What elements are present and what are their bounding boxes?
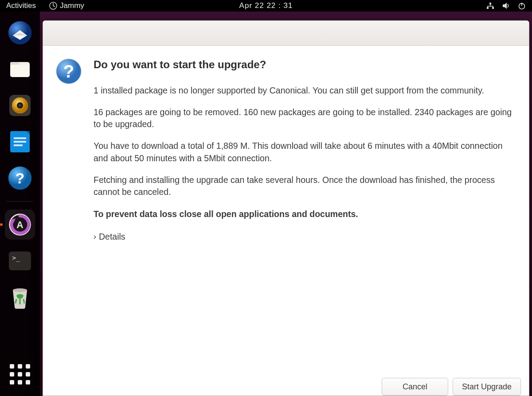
dataloss-warning: To prevent data loss close all open appl… [94,208,513,220]
svg-rect-3 [489,3,491,4]
app-menu-icon [49,2,57,10]
dock-help[interactable]: ? [5,163,35,193]
svg-text:A: A [16,220,23,230]
app-menu[interactable]: Jammy [49,1,84,10]
clock[interactable]: Apr 22 22 : 31 [239,1,293,10]
svg-point-15 [19,104,22,107]
packages-paragraph: 16 packages are going to be removed. 160… [94,106,513,131]
window-titlebar[interactable] [43,21,529,46]
upgrade-dialog-window: ? Do you want to start the upgrade? 1 in… [43,20,529,396]
dock-libreoffice-writer[interactable] [5,127,35,157]
svg-rect-10 [10,65,30,77]
dialog-heading: Do you want to start the upgrade? [94,57,513,72]
svg-text:?: ? [16,170,25,186]
details-expander[interactable]: › Details [94,231,125,243]
svg-text:?: ? [63,62,74,81]
svg-rect-2 [492,7,494,9]
svg-rect-1 [487,7,489,9]
clock-text: Apr 22 22 : 31 [239,1,293,10]
dialog-icon: ? [55,57,84,373]
dock-separator [7,201,33,202]
dock-terminal[interactable]: >_ [5,246,35,276]
activities-label: Activities [6,1,36,10]
svg-text:>_: >_ [12,254,20,262]
cancel-button[interactable]: Cancel [382,378,448,396]
svg-rect-17 [14,137,26,139]
top-panel: Activities Jammy Apr 22 22 : 31 [0,0,532,12]
dialog-button-row: Cancel Start Upgrade [43,373,529,396]
start-upgrade-button[interactable]: Start Upgrade [453,378,521,396]
desktop: ? A >_ ? Do [0,12,532,396]
dock-rhythmbox[interactable] [5,90,35,120]
show-applications-button[interactable] [8,362,32,386]
network-icon [486,2,495,10]
volume-icon [502,2,511,10]
svg-point-27 [13,288,27,292]
details-label: Details [99,231,125,243]
dock-thunderbird[interactable] [5,18,35,48]
cancel-button-label: Cancel [403,382,427,392]
power-icon [518,2,526,10]
app-menu-label: Jammy [60,1,84,10]
dock-files[interactable] [5,54,35,84]
svg-rect-19 [14,144,23,146]
timing-paragraph: Fetching and installing the upgrade can … [94,174,513,198]
activities-button[interactable]: Activities [6,1,36,10]
svg-rect-18 [14,141,26,143]
start-upgrade-button-label: Start Upgrade [462,382,512,392]
dock: ? A >_ [0,12,40,396]
download-paragraph: You have to download a total of 1,889 M.… [94,140,513,164]
dock-software-updater[interactable]: A [5,210,35,240]
dock-trash[interactable] [5,282,35,312]
chevron-right-icon: › [94,231,96,242]
support-paragraph: 1 installed package is no longer support… [94,85,513,97]
system-status-area[interactable] [486,2,526,10]
